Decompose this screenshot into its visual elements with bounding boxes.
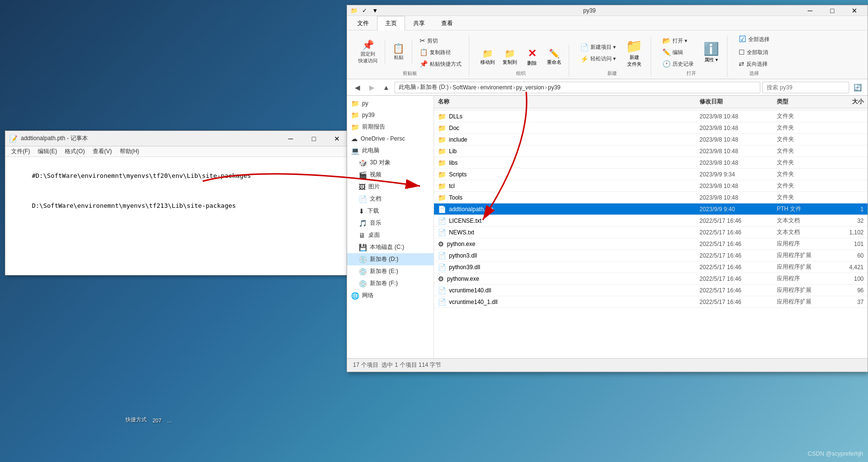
nav-back-button[interactable]: ◀: [351, 81, 364, 94]
file-row-tcl[interactable]: 📁 tcl 2023/9/8 10:48 文件夹: [434, 180, 868, 192]
qa-dropdown1-btn[interactable]: ▼: [370, 6, 380, 15]
rename-button[interactable]: ✏️ 重命名: [544, 46, 565, 68]
ribbon-tab-share[interactable]: 共享: [405, 16, 433, 30]
sidebar-label-thispc: 此电脑: [362, 146, 379, 155]
col-type[interactable]: 类型: [777, 98, 825, 106]
edit-button[interactable]: ✏️ 编辑: [659, 47, 697, 58]
sidebar-item-3d[interactable]: 🎲 3D 对象: [347, 157, 434, 169]
sidebar-item-py[interactable]: 📁 py: [347, 98, 434, 109]
ribbon-tab-home[interactable]: 主页: [377, 16, 405, 30]
nav-up-button[interactable]: ▲: [380, 81, 392, 94]
search-input[interactable]: [762, 82, 849, 93]
sidebar-item-early-report[interactable]: 📁 前期报告: [347, 121, 434, 133]
sidebar-item-drive-c[interactable]: 💾 本地磁盘 (C:): [347, 241, 434, 253]
move-to-button[interactable]: 📁 移动到: [477, 46, 498, 68]
sidebar-label-drive-e: 新加卷 (E:): [370, 267, 398, 275]
file-row-dlls[interactable]: 📁 DLLs 2023/9/8 10:48 文件夹: [434, 111, 868, 122]
col-date[interactable]: 修改日期: [700, 98, 777, 106]
file-row-news[interactable]: 📄 NEWS.txt 2022/5/17 16:46 文本文档 1,102: [434, 227, 868, 238]
file-row-tools[interactable]: 📁 Tools 2023/9/8 10:48 文件夹: [434, 192, 868, 203]
address-path[interactable]: 此电脑 › 新加卷 (D:) › SoftWare › environemnt …: [394, 82, 760, 93]
sidebar-item-music[interactable]: 🎵 音乐: [347, 217, 434, 229]
file-row-vcruntime140-1[interactable]: 📄 vcruntime140_1.dll 2022/5/17 16:46 应用程…: [434, 296, 868, 308]
nav-refresh-button[interactable]: 🔄: [851, 81, 864, 94]
notepad-menu-view[interactable]: 查看(V): [89, 146, 116, 157]
sidebar-item-drive-e[interactable]: 💿 新加卷 (E:): [347, 265, 434, 277]
invert-label: 反向选择: [746, 60, 768, 68]
file-row-lib[interactable]: 📁 Lib 2023/9/8 10:48 文件夹: [434, 145, 868, 157]
file-row-python39-dll[interactable]: 📄 python39.dll 2022/5/17 16:46 应用程序扩展 4,…: [434, 261, 868, 273]
sidebar-item-thispc[interactable]: 💻 此电脑: [347, 144, 434, 157]
copy-path-button[interactable]: 📋 复制路径: [416, 47, 465, 58]
invert-selection-button[interactable]: ⇄ 反向选择: [735, 58, 773, 69]
sidebar-item-network[interactable]: 🌐 网络: [347, 289, 434, 302]
file-row-license[interactable]: 📄 LICENSE.txt 2022/5/17 16:46 文本文档 32: [434, 215, 868, 227]
ribbon-tab-file[interactable]: 文件: [349, 16, 377, 30]
select-all-button[interactable]: ☑ 全部选择: [735, 32, 773, 46]
file-row-pythonw-exe[interactable]: ⚙ pythonw.exe 2022/5/17 16:46 应用程序 100: [434, 273, 868, 285]
notepad-minimize-button[interactable]: ─: [280, 132, 302, 145]
qa-check-btn[interactable]: ✓: [360, 6, 369, 15]
notepad-menu-format[interactable]: 格式(O): [61, 146, 88, 157]
file-row-include[interactable]: 📁 include 2023/9/8 10:48 文件夹: [434, 134, 868, 145]
file-type-include: 文件夹: [777, 135, 825, 144]
sep-1: ›: [417, 84, 419, 91]
cut-button[interactable]: ✂ 剪切: [416, 35, 465, 46]
copy-to-button[interactable]: 📁 复制到: [499, 46, 520, 68]
col-name[interactable]: 名称: [438, 98, 700, 106]
new-item-button[interactable]: 📄 新建项目 ▾: [577, 42, 619, 53]
file-row-python3-dll[interactable]: 📄 python3.dll 2022/5/17 16:46 应用程序扩展 60: [434, 250, 868, 261]
notepad-menubar: 文件(F) 编辑(E) 格式(O) 查看(V) 帮助(H): [5, 146, 352, 157]
notepad-menu-file[interactable]: 文件(F): [7, 146, 34, 157]
path-py-version[interactable]: py_version: [516, 84, 544, 91]
sidebar-item-drive-d[interactable]: 💿 新加卷 (D:): [347, 253, 434, 265]
ribbon-tab-view[interactable]: 查看: [433, 16, 461, 30]
path-software[interactable]: SoftWare: [452, 84, 476, 91]
file-row-libs[interactable]: 📁 libs 2023/9/8 10:48 文件夹: [434, 157, 868, 169]
file-type-python-exe: 应用程序: [777, 240, 825, 248]
file-row-addtionalpath[interactable]: 📄 addtionalpath.pth 2023/9/9 9:40 PTH 文件…: [434, 203, 868, 215]
file-row-python-exe[interactable]: ⚙ python.exe 2022/5/17 16:46 应用程序 101: [434, 238, 868, 250]
notepad-content-area[interactable]: #D:\SoftWare\environemnt\myenvs\tf20\env…: [5, 157, 352, 225]
qa-folder-btn[interactable]: 📁: [349, 6, 359, 15]
notepad-close-button[interactable]: ✕: [326, 132, 348, 145]
history-button[interactable]: 🕐 历史记录: [659, 58, 697, 69]
sidebar-item-downloads[interactable]: ⬇ 下载: [347, 205, 434, 217]
path-py39[interactable]: py39: [548, 84, 560, 91]
file-type-pythonw-exe: 应用程序: [777, 274, 825, 283]
sidebar-item-desktop[interactable]: 🖥 桌面: [347, 229, 434, 241]
notepad-menu-help[interactable]: 帮助(H): [116, 146, 143, 157]
sidebar-label-documents: 文档: [370, 195, 381, 203]
pin-to-quick-access-button[interactable]: 📌 固定到快速访问: [355, 38, 381, 67]
easy-access-button[interactable]: ⚡ 轻松访问 ▾: [577, 54, 619, 64]
file-row-doc[interactable]: 📁 Doc 2023/9/8 10:48 文件夹: [434, 122, 868, 134]
paste-shortcut-button[interactable]: 📌 粘贴快捷方式: [416, 58, 465, 69]
open-button[interactable]: 📂 打开 ▾: [659, 35, 697, 46]
paste-button[interactable]: 📋 粘贴: [389, 41, 408, 63]
file-list[interactable]: 名称 修改日期 类型 大小 📁 DLLs 2023/9/8 10:48 文件夹: [434, 96, 868, 358]
nav-forward-button[interactable]: ▶: [365, 81, 378, 94]
properties-label: 属性 ▾: [704, 57, 718, 63]
sidebar-item-pictures[interactable]: 🖼 图片: [347, 181, 434, 193]
properties-button[interactable]: ℹ️ 属性 ▾: [699, 40, 723, 65]
delete-button[interactable]: ✕ 删除: [522, 45, 542, 69]
path-d-drive[interactable]: 新加卷 (D:): [420, 83, 448, 91]
sidebar-item-py39[interactable]: 📁 py39: [347, 109, 434, 121]
sidebar-item-video[interactable]: 🎬 视频: [347, 169, 434, 181]
copy-to-label: 复制到: [503, 59, 517, 66]
file-icon-libs: 📁: [438, 159, 446, 167]
file-row-scripts[interactable]: 📁 Scripts 2023/9/9 9:34 文件夹: [434, 169, 868, 180]
path-environemnt[interactable]: environemnt: [480, 84, 512, 91]
notepad-menu-edit[interactable]: 编辑(E): [34, 146, 61, 157]
select-none-button[interactable]: ☐ 全部取消: [735, 47, 773, 58]
sidebar-item-documents[interactable]: 📄 文档: [347, 193, 434, 205]
file-icon-dlls: 📁: [438, 113, 446, 120]
new-folder-button[interactable]: 📁 新建文件夹: [621, 37, 647, 69]
file-row-vcruntime140[interactable]: 📄 vcruntime140.dll 2022/5/17 16:46 应用程序扩…: [434, 285, 868, 296]
notepad-maximize-button[interactable]: □: [303, 132, 325, 145]
path-computer[interactable]: 此电脑: [399, 83, 416, 91]
col-size[interactable]: 大小: [825, 98, 864, 106]
sidebar-item-onedrive[interactable]: ☁ OneDrive - Persc: [347, 133, 434, 144]
sidebar-item-drive-f[interactable]: 💿 新加卷 (F:): [347, 277, 434, 289]
status-total: 17 个项目: [353, 361, 378, 369]
